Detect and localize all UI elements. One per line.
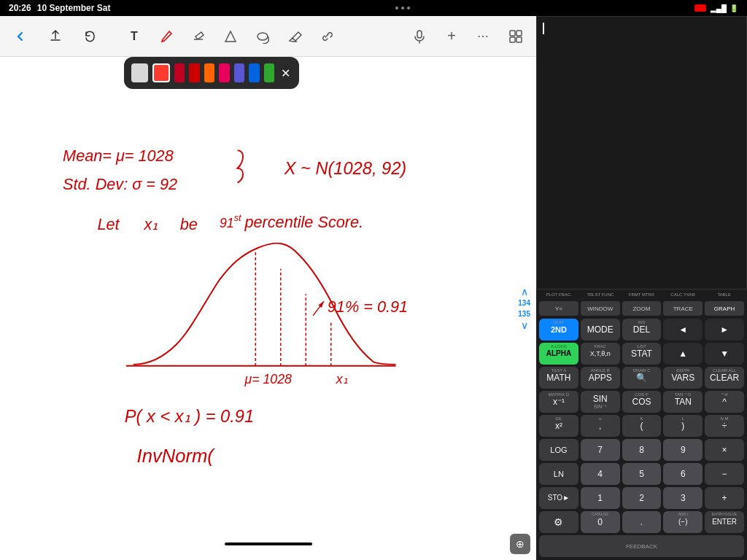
date-display: 10 September Sat bbox=[37, 3, 111, 13]
color-swatch-red3[interactable] bbox=[189, 63, 200, 82]
calc-stat-button[interactable]: LIST STAT bbox=[622, 343, 662, 365]
color-swatch-red1[interactable] bbox=[152, 63, 169, 82]
svg-text:x₁: x₁ bbox=[336, 373, 348, 387]
svg-text:st: st bbox=[234, 212, 241, 223]
calc-lparen-button[interactable]: K ( bbox=[622, 415, 662, 437]
calc-inv-button[interactable]: MATRIX D x⁻¹ bbox=[539, 391, 578, 413]
calc-9-button[interactable]: 9 bbox=[663, 439, 703, 461]
page-down-button[interactable]: ∨ bbox=[521, 320, 528, 330]
calc-search-button[interactable]: DRAW C 🔍 bbox=[622, 367, 662, 389]
calc-add-button[interactable]: + bbox=[705, 487, 744, 509]
calc-right-button[interactable]: ► bbox=[705, 319, 744, 341]
calc-settings-button[interactable]: ⚙ bbox=[539, 511, 578, 533]
calc-clear-button[interactable]: CLEAR ALL CLEAR bbox=[705, 367, 744, 389]
calc-window-button[interactable]: WINDOW bbox=[581, 301, 620, 316]
calc-sto-button[interactable]: STO► bbox=[539, 487, 578, 509]
calc-y-button[interactable]: Y= bbox=[539, 301, 578, 316]
undo-button[interactable] bbox=[79, 25, 102, 48]
calc-graph-button[interactable]: GRAPH bbox=[705, 301, 744, 316]
calc-apps-button[interactable]: ANGLE B APPS bbox=[581, 367, 620, 389]
calc-power-button[interactable]: ^ H ^ bbox=[705, 391, 744, 413]
calc-2-button[interactable]: 2 bbox=[622, 487, 662, 509]
color-picker-close-button[interactable]: ✕ bbox=[279, 66, 292, 80]
lasso-tool-button[interactable] bbox=[251, 25, 274, 48]
more-button[interactable]: ⋯ bbox=[472, 25, 495, 48]
color-swatch-blue[interactable] bbox=[249, 63, 260, 82]
calc-log-button[interactable]: LOG bbox=[539, 439, 578, 461]
calc-func-plot: PLOT FRAC. bbox=[539, 291, 579, 298]
calc-func-frmt: FRMT MTRX bbox=[622, 291, 662, 298]
calc-2nd-button[interactable]: QUIT 2ND bbox=[539, 319, 578, 341]
canvas-area[interactable]: Mean= μ= 1028 Std. Dev: σ = 92 X ~ N(102… bbox=[0, 57, 536, 560]
svg-text:x₁: x₁ bbox=[143, 215, 158, 233]
calc-feedback-button[interactable]: FEEDBACK bbox=[539, 535, 744, 557]
mic-button[interactable] bbox=[408, 25, 431, 48]
color-swatch-white[interactable] bbox=[131, 63, 148, 82]
calc-down-button[interactable]: ▼ bbox=[705, 343, 744, 365]
text-editor[interactable] bbox=[536, 16, 747, 289]
calc-vars-button[interactable]: DISTR VARS bbox=[663, 367, 703, 389]
calc-math-button[interactable]: TEST A MATH bbox=[539, 367, 578, 389]
calc-1-button[interactable]: 1 bbox=[581, 487, 620, 509]
page-up-button[interactable]: ∧ bbox=[521, 287, 528, 297]
gallery-button[interactable] bbox=[504, 25, 527, 48]
svg-text:Std. Dev:  σ = 92: Std. Dev: σ = 92 bbox=[63, 175, 177, 193]
calc-top-row: Y= WINDOW ZOOM TRACE GRAPH bbox=[536, 300, 747, 317]
calc-tan-button[interactable]: TAN⁻¹ G TAN bbox=[663, 391, 703, 413]
calc-del-button[interactable]: INS DEL bbox=[622, 319, 662, 341]
calc-5-button[interactable]: 5 bbox=[622, 463, 662, 485]
svg-rect-2 bbox=[510, 31, 515, 36]
calc-sin-button[interactable]: SIN SIN⁻¹ bbox=[581, 391, 620, 413]
eraser-tool-button[interactable] bbox=[283, 25, 306, 48]
calc-trace-button[interactable]: TRACE bbox=[663, 301, 703, 316]
calc-3-button[interactable]: 3 bbox=[663, 487, 703, 509]
calc-left-button[interactable]: ◄ bbox=[663, 319, 703, 341]
text-tool-button[interactable]: T bbox=[123, 25, 146, 48]
zoom-button[interactable]: ⊕ bbox=[510, 534, 530, 554]
calc-mode-button[interactable]: MODE bbox=[581, 319, 620, 341]
calc-xtn-button[interactable]: FRAC X,T,θ,n bbox=[581, 343, 620, 365]
calc-square-button[interactable]: EE x² bbox=[539, 415, 578, 437]
calc-negate-button[interactable]: ANS t (−) bbox=[663, 511, 703, 533]
status-icons: ▂▄█ 🔋 bbox=[711, 4, 738, 12]
color-swatch-green[interactable] bbox=[264, 63, 275, 82]
share-button[interactable] bbox=[44, 25, 67, 48]
svg-text:Mean= μ= 1028: Mean= μ= 1028 bbox=[63, 147, 174, 165]
color-picker-popup: ✕ bbox=[124, 57, 299, 89]
time-display: 20:26 bbox=[9, 3, 31, 13]
add-button[interactable]: + bbox=[440, 25, 463, 48]
calc-subtract-button[interactable]: − bbox=[705, 463, 744, 485]
calc-row-4: MATRIX D x⁻¹ SIN SIN⁻¹ COS F COS TAN⁻¹ G… bbox=[539, 391, 744, 413]
calc-0-button[interactable]: CATALOG 0 bbox=[581, 511, 620, 533]
handwriting-svg: Mean= μ= 1028 Std. Dev: σ = 92 X ~ N(102… bbox=[0, 57, 536, 560]
text-cursor bbox=[543, 23, 544, 34]
calc-cos-button[interactable]: COS F COS bbox=[622, 391, 662, 413]
calc-6-button[interactable]: 6 bbox=[663, 463, 703, 485]
back-button[interactable] bbox=[9, 25, 32, 48]
calc-zoom-button[interactable]: ZOOM bbox=[622, 301, 662, 316]
color-swatch-orange[interactable] bbox=[204, 63, 215, 82]
pen-tool-button[interactable] bbox=[155, 25, 178, 48]
highlighter-tool-button[interactable] bbox=[187, 25, 210, 48]
calc-7-button[interactable]: 7 bbox=[581, 439, 620, 461]
svg-rect-3 bbox=[516, 31, 522, 36]
svg-text:percentile Score.: percentile Score. bbox=[244, 213, 363, 231]
calc-8-button[interactable]: 8 bbox=[622, 439, 662, 461]
calc-multiply-button[interactable]: × bbox=[705, 439, 744, 461]
calc-rparen-button[interactable]: L ) bbox=[663, 415, 703, 437]
calc-comma-button[interactable]: u , bbox=[581, 415, 620, 437]
calc-ln-button[interactable]: LN bbox=[539, 463, 578, 485]
calc-decimal-button[interactable]: . bbox=[622, 511, 662, 533]
color-swatch-pink[interactable] bbox=[219, 63, 230, 82]
calc-enter-button[interactable]: ENTRY/SOLVE ENTER bbox=[705, 511, 744, 533]
toolbar-right: + ⋯ bbox=[408, 25, 527, 48]
calc-up-button[interactable]: ▲ bbox=[663, 343, 703, 365]
calc-4-button[interactable]: 4 bbox=[581, 463, 620, 485]
color-swatch-red2[interactable] bbox=[174, 63, 185, 82]
calc-divide-button[interactable]: N M ÷ bbox=[705, 415, 744, 437]
link-tool-button[interactable] bbox=[315, 25, 338, 48]
color-swatch-purple[interactable] bbox=[234, 63, 245, 82]
shape-tool-button[interactable] bbox=[219, 25, 242, 48]
calc-alpha-button[interactable]: A-LOCK ALPHA bbox=[539, 343, 578, 365]
calc-row-5: EE x² u , K ( L ) bbox=[539, 415, 744, 437]
